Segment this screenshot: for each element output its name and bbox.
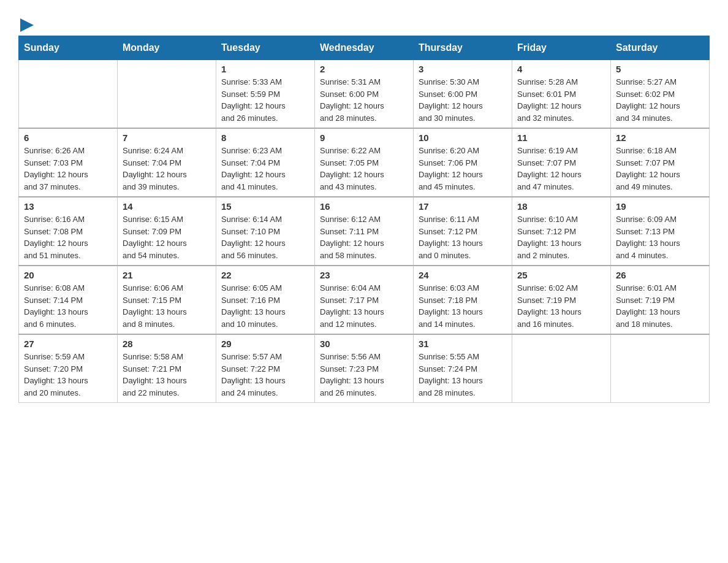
calendar-cell: 29Sunrise: 5:57 AM Sunset: 7:22 PM Dayli… bbox=[216, 334, 315, 403]
day-info: Sunrise: 6:04 AM Sunset: 7:17 PM Dayligh… bbox=[320, 282, 408, 330]
calendar-cell: 18Sunrise: 6:10 AM Sunset: 7:12 PM Dayli… bbox=[512, 197, 611, 266]
day-info: Sunrise: 6:14 AM Sunset: 7:10 PM Dayligh… bbox=[221, 213, 309, 261]
day-info: Sunrise: 6:03 AM Sunset: 7:18 PM Dayligh… bbox=[419, 282, 507, 330]
day-info: Sunrise: 5:28 AM Sunset: 6:01 PM Dayligh… bbox=[517, 76, 605, 124]
weekday-header-friday: Friday bbox=[512, 36, 611, 60]
day-number: 24 bbox=[419, 270, 507, 280]
day-number: 31 bbox=[419, 339, 507, 349]
day-number: 15 bbox=[221, 201, 309, 212]
page-header bbox=[18, 12, 710, 29]
calendar-cell: 28Sunrise: 5:58 AM Sunset: 7:21 PM Dayli… bbox=[118, 334, 216, 403]
day-info: Sunrise: 6:08 AM Sunset: 7:14 PM Dayligh… bbox=[24, 282, 112, 330]
day-info: Sunrise: 6:02 AM Sunset: 7:19 PM Dayligh… bbox=[517, 282, 605, 330]
weekday-header-row: SundayMondayTuesdayWednesdayThursdayFrid… bbox=[19, 36, 710, 60]
calendar-cell: 23Sunrise: 6:04 AM Sunset: 7:17 PM Dayli… bbox=[315, 266, 414, 334]
weekday-header-monday: Monday bbox=[118, 36, 216, 60]
weekday-header-wednesday: Wednesday bbox=[315, 36, 414, 60]
day-info: Sunrise: 6:18 AM Sunset: 7:07 PM Dayligh… bbox=[616, 145, 704, 193]
day-info: Sunrise: 5:31 AM Sunset: 6:00 PM Dayligh… bbox=[320, 76, 408, 124]
day-info: Sunrise: 6:01 AM Sunset: 7:19 PM Dayligh… bbox=[616, 282, 704, 330]
day-info: Sunrise: 6:26 AM Sunset: 7:03 PM Dayligh… bbox=[24, 145, 112, 193]
day-number: 6 bbox=[24, 132, 112, 143]
calendar-week-row-1: 1Sunrise: 5:33 AM Sunset: 5:59 PM Daylig… bbox=[19, 60, 710, 129]
day-info: Sunrise: 6:15 AM Sunset: 7:09 PM Dayligh… bbox=[123, 213, 211, 261]
calendar-cell: 6Sunrise: 6:26 AM Sunset: 7:03 PM Daylig… bbox=[19, 128, 118, 197]
calendar-cell: 9Sunrise: 6:22 AM Sunset: 7:05 PM Daylig… bbox=[315, 128, 414, 197]
weekday-header-saturday: Saturday bbox=[611, 36, 710, 60]
day-number: 19 bbox=[616, 201, 704, 212]
calendar-cell: 3Sunrise: 5:30 AM Sunset: 6:00 PM Daylig… bbox=[414, 60, 512, 129]
day-info: Sunrise: 6:05 AM Sunset: 7:16 PM Dayligh… bbox=[221, 282, 309, 330]
calendar-cell bbox=[19, 60, 118, 129]
calendar-cell: 13Sunrise: 6:16 AM Sunset: 7:08 PM Dayli… bbox=[19, 197, 118, 266]
day-number: 11 bbox=[517, 132, 605, 143]
calendar-week-row-5: 27Sunrise: 5:59 AM Sunset: 7:20 PM Dayli… bbox=[19, 334, 710, 403]
calendar-cell: 20Sunrise: 6:08 AM Sunset: 7:14 PM Dayli… bbox=[19, 266, 118, 334]
day-info: Sunrise: 6:20 AM Sunset: 7:06 PM Dayligh… bbox=[419, 145, 507, 193]
day-number: 13 bbox=[24, 201, 112, 212]
day-number: 2 bbox=[320, 64, 408, 74]
day-number: 7 bbox=[123, 132, 211, 143]
calendar-cell: 8Sunrise: 6:23 AM Sunset: 7:04 PM Daylig… bbox=[216, 128, 315, 197]
calendar-week-row-3: 13Sunrise: 6:16 AM Sunset: 7:08 PM Dayli… bbox=[19, 197, 710, 266]
day-number: 18 bbox=[517, 201, 605, 212]
calendar-cell: 11Sunrise: 6:19 AM Sunset: 7:07 PM Dayli… bbox=[512, 128, 611, 197]
calendar-week-row-4: 20Sunrise: 6:08 AM Sunset: 7:14 PM Dayli… bbox=[19, 266, 710, 334]
logo-arrow-icon bbox=[20, 18, 34, 32]
day-info: Sunrise: 5:57 AM Sunset: 7:22 PM Dayligh… bbox=[221, 351, 309, 399]
calendar-cell: 21Sunrise: 6:06 AM Sunset: 7:15 PM Dayli… bbox=[118, 266, 216, 334]
day-number: 1 bbox=[221, 64, 309, 74]
day-info: Sunrise: 5:56 AM Sunset: 7:23 PM Dayligh… bbox=[320, 351, 408, 399]
calendar-cell bbox=[512, 334, 611, 403]
day-info: Sunrise: 5:27 AM Sunset: 6:02 PM Dayligh… bbox=[616, 76, 704, 124]
day-number: 17 bbox=[419, 201, 507, 212]
day-number: 16 bbox=[320, 201, 408, 212]
day-info: Sunrise: 6:16 AM Sunset: 7:08 PM Dayligh… bbox=[24, 213, 112, 261]
calendar-cell: 10Sunrise: 6:20 AM Sunset: 7:06 PM Dayli… bbox=[414, 128, 512, 197]
day-number: 25 bbox=[517, 270, 605, 280]
day-number: 3 bbox=[419, 64, 507, 74]
weekday-header-tuesday: Tuesday bbox=[216, 36, 315, 60]
calendar-week-row-2: 6Sunrise: 6:26 AM Sunset: 7:03 PM Daylig… bbox=[19, 128, 710, 197]
calendar-cell: 31Sunrise: 5:55 AM Sunset: 7:24 PM Dayli… bbox=[414, 334, 512, 403]
calendar-cell bbox=[118, 60, 216, 129]
logo bbox=[18, 12, 34, 29]
day-info: Sunrise: 6:06 AM Sunset: 7:15 PM Dayligh… bbox=[123, 282, 211, 330]
weekday-header-thursday: Thursday bbox=[414, 36, 512, 60]
day-number: 28 bbox=[123, 339, 211, 349]
calendar-cell: 26Sunrise: 6:01 AM Sunset: 7:19 PM Dayli… bbox=[611, 266, 710, 334]
day-info: Sunrise: 6:09 AM Sunset: 7:13 PM Dayligh… bbox=[616, 213, 704, 261]
day-number: 5 bbox=[616, 64, 704, 74]
day-info: Sunrise: 5:59 AM Sunset: 7:20 PM Dayligh… bbox=[24, 351, 112, 399]
calendar-cell: 1Sunrise: 5:33 AM Sunset: 5:59 PM Daylig… bbox=[216, 60, 315, 129]
day-info: Sunrise: 6:12 AM Sunset: 7:11 PM Dayligh… bbox=[320, 213, 408, 261]
calendar-cell: 27Sunrise: 5:59 AM Sunset: 7:20 PM Dayli… bbox=[19, 334, 118, 403]
svg-marker-0 bbox=[20, 18, 34, 32]
day-number: 8 bbox=[221, 132, 309, 143]
day-number: 4 bbox=[517, 64, 605, 74]
day-info: Sunrise: 6:19 AM Sunset: 7:07 PM Dayligh… bbox=[517, 145, 605, 193]
calendar-cell: 25Sunrise: 6:02 AM Sunset: 7:19 PM Dayli… bbox=[512, 266, 611, 334]
day-number: 20 bbox=[24, 270, 112, 280]
calendar-cell: 14Sunrise: 6:15 AM Sunset: 7:09 PM Dayli… bbox=[118, 197, 216, 266]
day-number: 29 bbox=[221, 339, 309, 349]
calendar-table: SundayMondayTuesdayWednesdayThursdayFrid… bbox=[18, 36, 710, 403]
calendar-cell: 15Sunrise: 6:14 AM Sunset: 7:10 PM Dayli… bbox=[216, 197, 315, 266]
weekday-header-sunday: Sunday bbox=[19, 36, 118, 60]
day-info: Sunrise: 6:10 AM Sunset: 7:12 PM Dayligh… bbox=[517, 213, 605, 261]
day-number: 14 bbox=[123, 201, 211, 212]
day-number: 26 bbox=[616, 270, 704, 280]
calendar-cell: 16Sunrise: 6:12 AM Sunset: 7:11 PM Dayli… bbox=[315, 197, 414, 266]
calendar-cell: 22Sunrise: 6:05 AM Sunset: 7:16 PM Dayli… bbox=[216, 266, 315, 334]
day-number: 27 bbox=[24, 339, 112, 349]
day-info: Sunrise: 6:24 AM Sunset: 7:04 PM Dayligh… bbox=[123, 145, 211, 193]
day-number: 10 bbox=[419, 132, 507, 143]
day-info: Sunrise: 5:30 AM Sunset: 6:00 PM Dayligh… bbox=[419, 76, 507, 124]
day-number: 22 bbox=[221, 270, 309, 280]
day-number: 30 bbox=[320, 339, 408, 349]
day-number: 21 bbox=[123, 270, 211, 280]
calendar-cell: 2Sunrise: 5:31 AM Sunset: 6:00 PM Daylig… bbox=[315, 60, 414, 129]
day-number: 9 bbox=[320, 132, 408, 143]
calendar-cell: 19Sunrise: 6:09 AM Sunset: 7:13 PM Dayli… bbox=[611, 197, 710, 266]
day-info: Sunrise: 6:23 AM Sunset: 7:04 PM Dayligh… bbox=[221, 145, 309, 193]
